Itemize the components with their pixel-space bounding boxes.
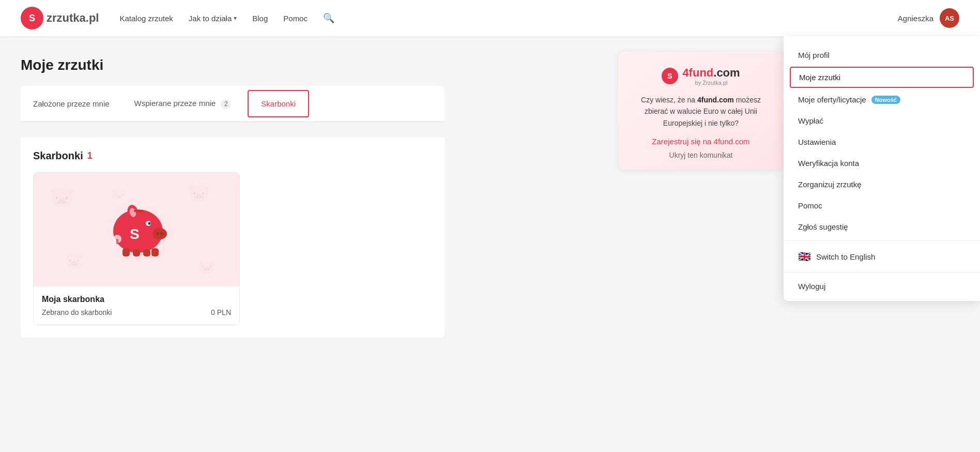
svg-rect-16: [122, 248, 130, 257]
fourfund-logo-icon: S: [662, 68, 678, 84]
banner-description: Czy wiesz, że na 4fund.com możesz zbiera…: [629, 94, 773, 129]
fourfund-banner: S 4fund.com by Zrzutka.pl Czy wiesz, że …: [618, 52, 784, 170]
svg-text:🐷: 🐷: [188, 182, 210, 203]
section-skarbonki: Skarbonki 1 🐷 🐷 🐷 🐷 🐷: [21, 138, 445, 338]
search-icon[interactable]: 🔍: [323, 12, 334, 24]
svg-rect-17: [133, 249, 140, 257]
card-title: Moja skarbonka: [42, 295, 231, 304]
nowosci-badge: Nowość: [871, 96, 900, 104]
header: S zrzutka.pl Katalog zrzutek Jak to dzia…: [0, 0, 980, 36]
banner-logo-sub: by Zrzutka.pl: [682, 80, 740, 86]
svg-point-10: [160, 232, 163, 235]
dropdown-switch-language[interactable]: 🇬🇧 Switch to English: [784, 244, 980, 269]
user-dropdown-menu: Mój profil Moje zrzutki Moje oferty/licy…: [784, 36, 980, 301]
nav-jak-to-dziala[interactable]: Jak to działa: [189, 14, 237, 23]
svg-point-8: [152, 228, 167, 239]
logo-text: zrzutka.pl: [47, 11, 99, 25]
banner-logo-text: 4fund.com: [682, 66, 740, 80]
dropdown-weryfikacja[interactable]: Weryfikacja konta: [784, 153, 980, 174]
nav-pomoc[interactable]: Pomoc: [283, 14, 308, 23]
banner-logo: S 4fund.com by Zrzutka.pl: [629, 66, 773, 86]
banner-hide-button[interactable]: Ukryj ten komunikat: [629, 151, 773, 159]
uk-flag-icon: 🇬🇧: [798, 250, 811, 263]
user-name[interactable]: Agnieszka: [898, 14, 933, 23]
dropdown-moj-profil[interactable]: Mój profil: [784, 44, 980, 66]
card-stat: Zebrano do skarbonki 0 PLN: [42, 308, 231, 317]
logo[interactable]: S zrzutka.pl: [21, 7, 99, 29]
header-right: Agnieszka AS: [898, 8, 959, 28]
tab-wspierane-badge: 2: [221, 99, 231, 109]
section-count: 1: [87, 150, 93, 161]
page-title: Moje zrzutki: [21, 57, 445, 73]
skarbonka-card[interactable]: 🐷 🐷 🐷 🐷 🐷: [33, 172, 240, 325]
dropdown-pomoc[interactable]: Pomoc: [784, 195, 980, 216]
nav-katalog[interactable]: Katalog zrzutek: [119, 14, 173, 23]
dropdown-moje-zrzutki[interactable]: Moje zrzutki: [790, 67, 974, 88]
dropdown-moje-oferty[interactable]: Moje oferty/licytacje Nowość: [784, 89, 980, 110]
user-avatar[interactable]: AS: [940, 8, 959, 28]
svg-text:S: S: [29, 13, 35, 23]
svg-text:🐷: 🐷: [65, 251, 84, 269]
svg-text:S: S: [130, 226, 140, 242]
card-body: Moja skarbonka Zebrano do skarbonki 0 PL…: [34, 287, 239, 325]
dropdown-ustawienia[interactable]: Ustawienia: [784, 131, 980, 153]
tab-wspierane[interactable]: Wspierane przeze mnie 2: [122, 91, 244, 117]
dropdown-divider-2: [784, 272, 980, 273]
dropdown-zorganizuj[interactable]: Zorganizuj zrzutkę: [784, 174, 980, 195]
svg-text:S: S: [668, 72, 672, 80]
main-content: Moje zrzutki Założone przeze mnie Wspier…: [0, 36, 465, 358]
dropdown-divider: [784, 240, 980, 241]
svg-rect-19: [151, 248, 159, 257]
tab-zalozone[interactable]: Założone przeze mnie: [21, 91, 122, 116]
tab-skarbonki[interactable]: Skarbonki: [248, 90, 309, 117]
svg-point-12: [148, 222, 151, 225]
svg-rect-18: [143, 249, 150, 257]
piggy-icon-main: S: [103, 198, 170, 262]
dropdown-zglos[interactable]: Zgłoś sugestię: [784, 216, 980, 237]
svg-rect-22: [116, 239, 118, 244]
dropdown-wyplac[interactable]: Wypłać: [784, 110, 980, 131]
nav-blog[interactable]: Blog: [252, 14, 268, 23]
dropdown-wyloguj[interactable]: Wyloguj: [784, 276, 980, 297]
main-nav: Katalog zrzutek Jak to działa Blog Pomoc…: [119, 12, 897, 24]
logo-icon: S: [21, 7, 43, 29]
svg-text:🐷: 🐷: [49, 185, 75, 209]
section-title: Skarbonki 1: [33, 150, 432, 162]
svg-text:🐷: 🐷: [198, 257, 216, 274]
tabs-bar: Założone przeze mnie Wspierane przeze mn…: [21, 86, 445, 122]
card-image: 🐷 🐷 🐷 🐷 🐷: [34, 173, 239, 287]
svg-point-9: [156, 232, 159, 235]
svg-rect-15: [134, 210, 143, 212]
banner-register-link[interactable]: Zarejestruj się na 4fund.com: [629, 137, 773, 146]
